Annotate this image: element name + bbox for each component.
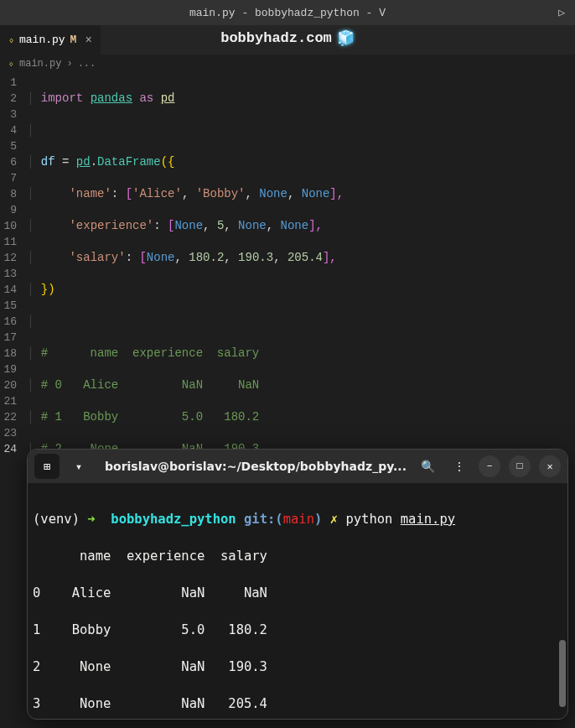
terminal-title: borislav@borislav:~/Desktop/bobbyhadz_py… [98, 460, 408, 473]
terminal-new-tab-button[interactable]: ⊞ [34, 454, 60, 479]
terminal-search-icon[interactable]: 🔍 [415, 454, 440, 479]
terminal-menu-icon[interactable]: ⋮ [447, 454, 472, 479]
watermark-cube-icon: 🧊 [337, 29, 355, 47]
code-editor[interactable]: 1 2 3 4 5 6 7 8 9 10 11 12 13 14 15 16 1… [0, 73, 575, 450]
terminal-window: ⊞ ▾ borislav@borislav:~/Desktop/bobbyhad… [27, 449, 568, 720]
breadcrumb[interactable]: ⬨ main.py › ... [0, 55, 575, 73]
breadcrumb-file: main.py [19, 58, 61, 70]
python-file-icon: ⬨ [8, 34, 14, 46]
tab-close-icon[interactable]: × [85, 34, 91, 47]
terminal-scrollbar[interactable] [559, 640, 566, 707]
editor-tab-mainpy[interactable]: ⬨ main.py M × [0, 25, 101, 55]
title-bar: main.py - bobbyhadz_python - V ▷ [0, 0, 575, 25]
close-icon[interactable]: ✕ [539, 455, 561, 477]
terminal-titlebar[interactable]: ⊞ ▾ borislav@borislav:~/Desktop/bobbyhad… [28, 450, 567, 483]
watermark-text: bobbyhadz.com [220, 30, 332, 46]
tab-modified-marker: M [70, 34, 77, 46]
line-number-gutter: 1 2 3 4 5 6 7 8 9 10 11 12 13 14 15 16 1… [0, 73, 23, 450]
window-title: main.py - bobbyhadz_python - V [189, 7, 386, 19]
terminal-output[interactable]: (venv) ➜ bobbyhadz_python git:(main) ✗ p… [28, 483, 567, 720]
breadcrumb-separator: › [66, 58, 72, 70]
terminal-dropdown-icon[interactable]: ▾ [66, 454, 91, 479]
tab-filename: main.py [19, 34, 65, 46]
python-file-icon: ⬨ [8, 59, 14, 69]
run-icon[interactable]: ▷ [558, 6, 565, 19]
maximize-icon[interactable]: □ [509, 455, 531, 477]
code-content[interactable]: │ import pandas as pd │ │ df = pd.DataFr… [23, 73, 575, 450]
breadcrumb-more: ... [78, 58, 96, 70]
minimize-icon[interactable]: – [479, 455, 500, 477]
watermark-overlay: bobbyhadz.com 🧊 [220, 29, 355, 47]
